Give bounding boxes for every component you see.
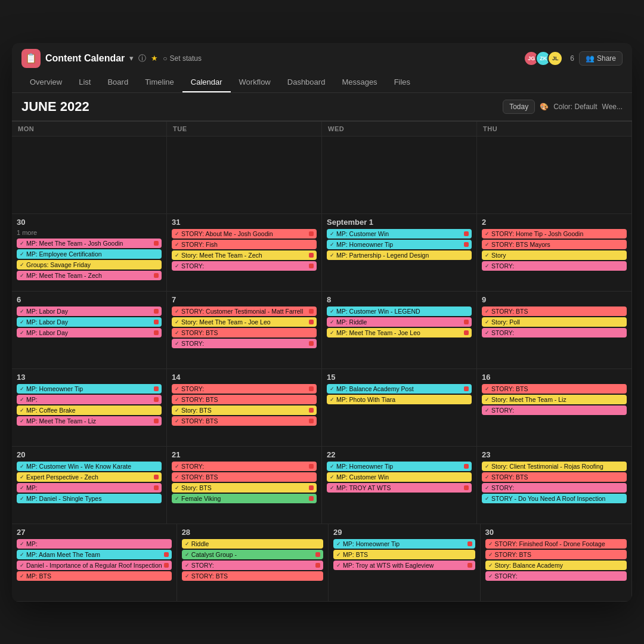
- event-pill[interactable]: ✓Groups: Savage Friday: [17, 260, 162, 270]
- event-pill[interactable]: ✓STORY:: [172, 384, 317, 394]
- day-header-tue: Tue: [167, 122, 322, 137]
- event-pill[interactable]: ✓Daniel - Importance of a Regular Roof I…: [17, 561, 172, 570]
- day-cell-w2-c0: 6✓MP: Labor Day✓MP: Labor Day✓MP: Labor …: [12, 292, 167, 369]
- event-pill[interactable]: ✓MP: Homeowner Tip: [17, 384, 162, 394]
- event-pill[interactable]: ✓STORY: BTS: [172, 328, 317, 338]
- event-pill[interactable]: ✓MP: Customer Win: [327, 472, 472, 482]
- set-status[interactable]: ○ Set status: [163, 54, 202, 63]
- event-pill[interactable]: ✓Story: Balance Academy: [485, 561, 627, 570]
- day-number: 23: [482, 450, 627, 459]
- event-pill[interactable]: ✓MP: Homeowner Tip: [333, 539, 475, 549]
- event-pill[interactable]: ✓STORY:: [172, 261, 317, 271]
- event-pill[interactable]: ✓STORY: BTS Mayors: [482, 240, 627, 249]
- event-pill[interactable]: ✓STORY: BTS: [482, 306, 627, 316]
- event-pill[interactable]: ✓STORY:: [182, 561, 323, 570]
- event-pill[interactable]: ✓Story: Meet The Team - Liz: [482, 395, 627, 404]
- event-pill[interactable]: ✓STORY: About Me - Josh Goodin: [172, 229, 317, 239]
- day-number: 27: [17, 528, 172, 537]
- tab-overview[interactable]: Overview: [21, 73, 70, 92]
- event-pill[interactable]: ✓Story: BTS: [172, 483, 317, 493]
- event-pill[interactable]: ✓Female Viking: [172, 494, 317, 503]
- day-cell-w5-c0: 27✓MP:✓MP: Adam Meet The Team✓Daniel - I…: [12, 524, 177, 602]
- event-pill[interactable]: ✓MP:: [17, 395, 162, 404]
- event-pill[interactable]: ✓MP: Meet The Team - Joe Leo: [327, 328, 472, 338]
- event-pill[interactable]: ✓MP: Customer Win - LEGEND: [327, 306, 472, 316]
- tab-messages[interactable]: Messages: [333, 73, 385, 92]
- event-pill[interactable]: ✓Story: Client Testimonial - Rojas Roofi…: [482, 462, 627, 471]
- event-pill[interactable]: ✓MP: Balance Academy Post: [327, 384, 472, 394]
- event-pill[interactable]: ✓MP: Labor Day: [17, 328, 162, 338]
- event-pill[interactable]: ✓MP: Homeowner Tip: [327, 240, 472, 249]
- tab-files[interactable]: Files: [386, 73, 419, 92]
- event-pill[interactable]: ✓Riddle: [182, 539, 323, 549]
- event-pill[interactable]: ✓STORY:: [482, 483, 627, 493]
- event-pill[interactable]: ✓MP:: [17, 483, 162, 493]
- event-pill[interactable]: ✓MP: TROY AT WTS: [327, 483, 472, 493]
- tab-timeline[interactable]: Timeline: [137, 73, 182, 92]
- tab-dashboard[interactable]: Dashboard: [279, 73, 334, 92]
- event-pill[interactable]: ✓Story: [482, 250, 627, 260]
- event-pill[interactable]: ✓MP: Customer Win - We Know Karate: [17, 462, 162, 471]
- event-pill[interactable]: ✓MP: Customer Win: [327, 229, 472, 239]
- event-pill[interactable]: ✓STORY - Do You Need A Roof Inspection: [482, 494, 627, 503]
- event-pill[interactable]: ✓MP: Meet The Team - Zech: [17, 271, 162, 280]
- event-pill[interactable]: ✓STORY:: [482, 405, 627, 415]
- dropdown-icon[interactable]: ▾: [129, 54, 134, 63]
- day-number: 15: [327, 373, 472, 382]
- event-pill[interactable]: ✓Expert Perspective - Zech: [17, 472, 162, 482]
- event-pill[interactable]: ✓MP: BTS: [17, 571, 172, 581]
- event-pill[interactable]: ✓STORY: BTS: [182, 571, 323, 581]
- tab-workflow[interactable]: Workflow: [231, 73, 279, 92]
- event-pill[interactable]: ✓MP: Meet The Team - Josh Goodin: [17, 239, 162, 248]
- event-pill[interactable]: ✓MP: Riddle: [327, 317, 472, 327]
- today-button[interactable]: Today: [503, 100, 535, 114]
- event-pill[interactable]: ✓MP: Meet The Team - Liz: [17, 416, 162, 426]
- share-button[interactable]: 👥 Share: [579, 51, 623, 66]
- event-pill[interactable]: ✓MP: Partnership - Legend Design: [327, 250, 472, 260]
- event-pill[interactable]: ✓MP: Labor Day: [17, 306, 162, 316]
- event-pill[interactable]: ✓STORY: Fish: [172, 240, 317, 249]
- event-pill[interactable]: ✓STORY:: [482, 328, 627, 338]
- member-count: 6: [570, 54, 574, 63]
- event-pill[interactable]: ✓Story: Meet The Team - Zech: [172, 250, 317, 260]
- event-pill[interactable]: ✓MP: Labor Day: [17, 317, 162, 327]
- star-icon[interactable]: ★: [151, 54, 158, 63]
- tab-calendar[interactable]: Calendar: [182, 73, 231, 92]
- tab-list[interactable]: List: [70, 73, 99, 92]
- event-pill[interactable]: ✓STORY: Home Tip - Josh Goodin: [482, 229, 627, 239]
- event-pill[interactable]: ✓Story: Meet The Team - Joe Leo: [172, 317, 317, 327]
- event-pill[interactable]: ✓STORY:: [482, 261, 627, 271]
- info-icon[interactable]: ⓘ: [138, 53, 146, 64]
- event-pill[interactable]: ✓MP:: [17, 539, 172, 549]
- event-pill[interactable]: ✓STORY: Finished Roof - Drone Footage: [485, 539, 627, 549]
- day-cell-w3-c0: 13✓MP: Homeowner Tip✓MP:✓MP: Coffee Brak…: [12, 369, 167, 447]
- event-pill[interactable]: ✓Story: BTS: [172, 405, 317, 415]
- event-pill[interactable]: ✓MP: Adam Meet The Team: [17, 550, 172, 559]
- event-pill[interactable]: ✓MP: Homeowner Tip: [327, 462, 472, 471]
- day-cell-w0-c1: [167, 137, 322, 214]
- event-pill[interactable]: ✓STORY: BTS: [172, 416, 317, 426]
- event-pill[interactable]: ✓STORY: BTS: [482, 384, 627, 394]
- event-pill[interactable]: ✓MP: BTS: [333, 550, 475, 559]
- event-pill[interactable]: ✓MP: Troy at WTS with Eagleview: [333, 561, 475, 570]
- event-pill[interactable]: ✓STORY:: [172, 339, 317, 348]
- event-pill[interactable]: ✓STORY:: [485, 571, 627, 581]
- day-number: 13: [17, 373, 162, 382]
- day-cell-w2-c1: 7✓STORY: Customer Testimonial - Matt Far…: [167, 292, 322, 369]
- circle-icon: ○: [163, 54, 167, 63]
- event-pill[interactable]: ✓STORY: BTS: [172, 395, 317, 404]
- event-pill[interactable]: ✓MP: Coffee Brake: [17, 405, 162, 415]
- event-pill[interactable]: ✓MP: Daniel - Shingle Types: [17, 494, 162, 503]
- event-pill[interactable]: ✓STORY: BTS: [172, 472, 317, 482]
- event-pill[interactable]: ✓MP: Photo With Tiara: [327, 395, 472, 404]
- event-pill[interactable]: ✓Story: Poll: [482, 317, 627, 327]
- event-pill[interactable]: ✓STORY: Customer Testimonial - Matt Farr…: [172, 306, 317, 316]
- event-pill[interactable]: ✓STORY: BTS: [482, 472, 627, 482]
- more-link[interactable]: 1 more: [17, 229, 162, 236]
- tab-board[interactable]: Board: [99, 73, 137, 92]
- event-pill[interactable]: ✓STORY:: [172, 462, 317, 471]
- calendar-grid: Mon Tue Wed Thu: [12, 121, 632, 137]
- event-pill[interactable]: ✓MP: Employee Certification: [17, 249, 162, 259]
- event-pill[interactable]: ✓Catalyst Group -: [182, 550, 323, 559]
- event-pill[interactable]: ✓STORY: BTS: [485, 550, 627, 559]
